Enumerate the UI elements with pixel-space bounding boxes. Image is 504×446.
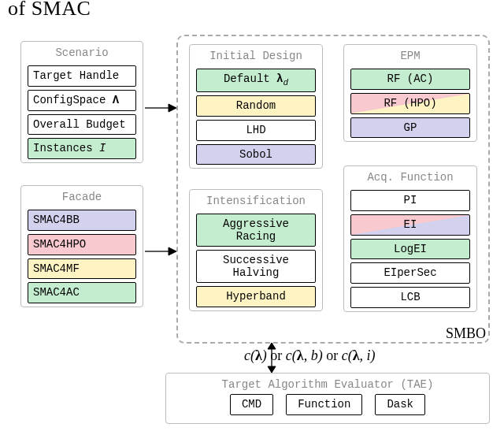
arrow-facade-to-smbo	[145, 244, 176, 258]
acq-item-logei: LogEI	[350, 239, 470, 260]
scenario-item-configspace: ConfigSpace Λ	[28, 90, 136, 111]
intensification-item-successive-halving: Successive Halving	[196, 250, 316, 283]
tae-item-cmd: CMD	[230, 394, 273, 415]
initial-design-item-random: Random	[196, 95, 316, 117]
intensification-title: Intensification	[190, 190, 322, 210]
intensification-panel: Intensification Aggressive Racing Succes…	[189, 189, 323, 311]
intensification-item-hyperband: Hyperband	[196, 286, 316, 307]
arrow-smbo-tae-bidirectional	[265, 343, 279, 373]
intensification-item-aggressive-racing: Aggressive Racing	[196, 214, 316, 247]
epm-title: EPM	[344, 45, 476, 65]
svg-marker-3	[169, 247, 176, 255]
facade-panel: Facade SMAC4BB SMAC4HPO SMAC4MF SMAC4AC	[20, 185, 143, 307]
arrow-scenario-to-smbo	[145, 101, 176, 115]
epm-item-rf-hpo: RF (HPO)	[350, 93, 470, 114]
tae-item-function: Function	[286, 394, 362, 415]
facade-item-smac4hpo: SMAC4HPO	[28, 234, 136, 255]
epm-item-gp: GP	[350, 117, 470, 139]
acq-item-eipersec: EIperSec	[350, 262, 470, 284]
facade-item-smac4ac: SMAC4AC	[28, 282, 136, 303]
initial-design-title: Initial Design	[190, 45, 322, 65]
tae-panel: Target Algorithm Evaluator (TAE) CMD Fun…	[165, 373, 490, 424]
tae-items-row: CMD Function Dask	[166, 394, 489, 423]
acq-item-pi: PI	[350, 190, 470, 211]
scenario-item-overall-budget: Overall Budget	[28, 114, 136, 136]
tae-item-dask: Dask	[375, 394, 425, 415]
initial-design-item-lhd: LHD	[196, 120, 316, 141]
facade-item-smac4mf: SMAC4MF	[28, 258, 136, 280]
scenario-title: Scenario	[21, 42, 143, 62]
smbo-label: SMBO	[446, 325, 486, 342]
acq-item-lcb: LCB	[350, 287, 470, 308]
acq-function-panel: Acq. Function PI EI LogEI EIperSec LCB	[343, 165, 477, 312]
tae-title: Target Algorithm Evaluator (TAE)	[166, 374, 489, 394]
epm-panel: EPM RF (AC) RF (HPO) GP	[343, 44, 477, 142]
initial-design-item-sobol: Sobol	[196, 144, 316, 165]
cost-function-label: c(λ) or c(λ, b) or c(λ, i)	[244, 348, 375, 364]
initial-design-panel: Initial Design Default λd Random LHD Sob…	[189, 44, 323, 169]
epm-item-rf-ac: RF (AC)	[350, 69, 470, 90]
initial-design-item-default: Default λd	[196, 69, 316, 92]
svg-marker-1	[169, 104, 176, 112]
facade-title: Facade	[21, 186, 143, 206]
acq-function-title: Acq. Function	[344, 166, 476, 187]
heading-fragment: of SMAC	[8, 0, 91, 20]
scenario-panel: Scenario Target Handle ConfigSpace Λ Ove…	[20, 41, 143, 163]
scenario-item-instances: Instances I	[28, 138, 136, 159]
scenario-item-target-handle: Target Handle	[28, 65, 136, 87]
acq-item-ei: EI	[350, 214, 470, 236]
svg-marker-6	[268, 366, 276, 373]
facade-item-smac4bb: SMAC4BB	[28, 210, 136, 231]
svg-marker-5	[268, 343, 276, 349]
